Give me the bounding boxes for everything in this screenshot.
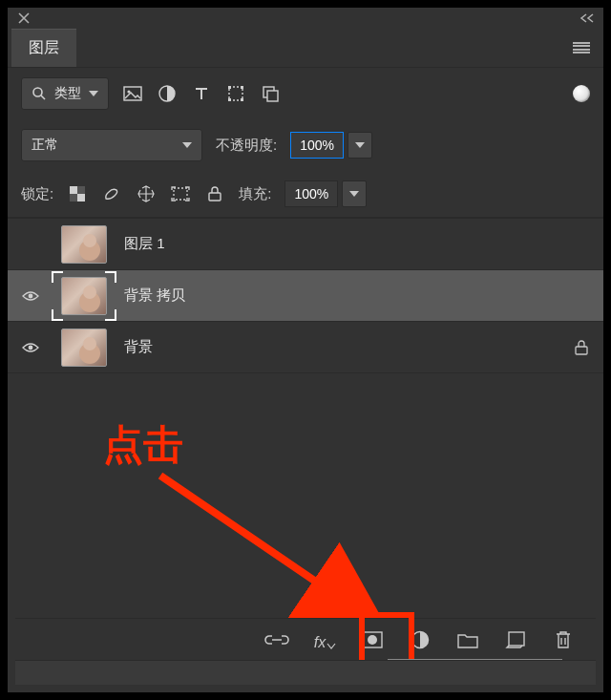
filter-text-icon[interactable]: [191, 83, 212, 104]
layers-list: 图层 1 背景 拷贝 背景: [8, 218, 603, 373]
svg-rect-7: [228, 98, 231, 101]
chevron-down-icon: [182, 142, 192, 148]
svg-rect-4: [229, 87, 242, 100]
visibility-toggle[interactable]: [17, 342, 44, 353]
lock-artboard-icon[interactable]: [170, 183, 191, 204]
lock-transparency-icon[interactable]: [67, 183, 88, 204]
annotation: 点击: [103, 418, 183, 472]
svg-rect-10: [267, 91, 278, 101]
blend-toolbar: 正常 不透明度:: [8, 119, 603, 171]
annotation-text: 点击: [103, 422, 183, 467]
footer-toolbar: fx: [15, 618, 596, 660]
layer-row[interactable]: 背景: [8, 321, 603, 372]
filter-toolbar: 类型: [8, 68, 603, 119]
close-icon[interactable]: [13, 8, 34, 29]
statusbar: [15, 660, 596, 685]
svg-rect-1: [124, 87, 141, 100]
svg-rect-6: [241, 86, 243, 89]
lock-label: 锁定:: [21, 185, 53, 203]
fill-input[interactable]: [284, 180, 338, 207]
opacity-dropdown-button[interactable]: [348, 132, 372, 159]
svg-rect-19: [576, 347, 587, 354]
layer-filter-dropdown[interactable]: 类型: [21, 77, 109, 110]
panel-menu-icon[interactable]: [573, 42, 590, 53]
svg-line-20: [160, 476, 370, 619]
layer-name[interactable]: 图层 1: [124, 235, 556, 253]
layer-name[interactable]: 背景: [124, 338, 556, 356]
layer-name[interactable]: 背景 拷贝: [124, 286, 556, 305]
group-icon[interactable]: [456, 628, 479, 651]
layer-lock-icon: [569, 340, 594, 355]
panel-topbar: [8, 8, 603, 29]
fill-dropdown-button[interactable]: [342, 180, 367, 207]
svg-rect-24: [509, 632, 524, 646]
layer-thumbnail[interactable]: [61, 277, 107, 315]
svg-rect-8: [241, 98, 243, 101]
opacity-input[interactable]: [290, 132, 344, 159]
collapse-icon[interactable]: [577, 8, 598, 29]
tab-layers[interactable]: 图层: [11, 29, 76, 67]
tabbar: 图层: [8, 29, 603, 67]
layer-style-icon[interactable]: fx: [313, 628, 336, 651]
svg-rect-12: [77, 194, 85, 202]
new-layer-icon[interactable]: [504, 628, 527, 651]
filter-shape-icon[interactable]: [225, 83, 246, 104]
opacity-label: 不透明度:: [216, 137, 277, 155]
svg-point-0: [33, 88, 42, 96]
svg-rect-11: [70, 186, 77, 194]
visibility-toggle[interactable]: [17, 290, 44, 302]
lock-paint-icon[interactable]: [101, 183, 122, 204]
search-icon: [32, 86, 47, 101]
fill-label: 填充:: [239, 185, 271, 203]
layer-thumbnail[interactable]: [61, 225, 107, 264]
blend-mode-label: 正常: [32, 137, 58, 154]
layer-row[interactable]: 背景 拷贝: [8, 269, 603, 321]
link-layers-icon[interactable]: [265, 628, 288, 651]
blend-mode-dropdown[interactable]: 正常: [21, 129, 202, 161]
tab-label: 图层: [29, 38, 59, 58]
svg-point-17: [29, 293, 33, 298]
svg-rect-13: [77, 186, 85, 194]
svg-rect-14: [70, 194, 77, 202]
filter-smartobject-icon[interactable]: [260, 83, 281, 104]
eye-icon: [22, 290, 39, 302]
filter-toggle[interactable]: [573, 85, 590, 102]
lock-all-icon[interactable]: [204, 183, 225, 204]
layer-thumbnail[interactable]: [61, 329, 107, 367]
lock-toolbar: 锁定: 填充:: [8, 171, 603, 217]
delete-layer-icon[interactable]: [552, 628, 575, 651]
filter-image-icon[interactable]: [122, 83, 143, 104]
eye-icon: [22, 342, 39, 353]
svg-rect-15: [174, 188, 187, 200]
svg-rect-16: [209, 193, 221, 201]
lock-position-icon[interactable]: [136, 183, 157, 204]
svg-point-18: [29, 345, 33, 350]
filter-label: 类型: [54, 85, 81, 102]
filter-adjust-icon[interactable]: [157, 83, 178, 104]
svg-rect-5: [228, 86, 231, 89]
chevron-down-icon: [89, 91, 98, 96]
layer-row[interactable]: 图层 1: [8, 218, 603, 269]
